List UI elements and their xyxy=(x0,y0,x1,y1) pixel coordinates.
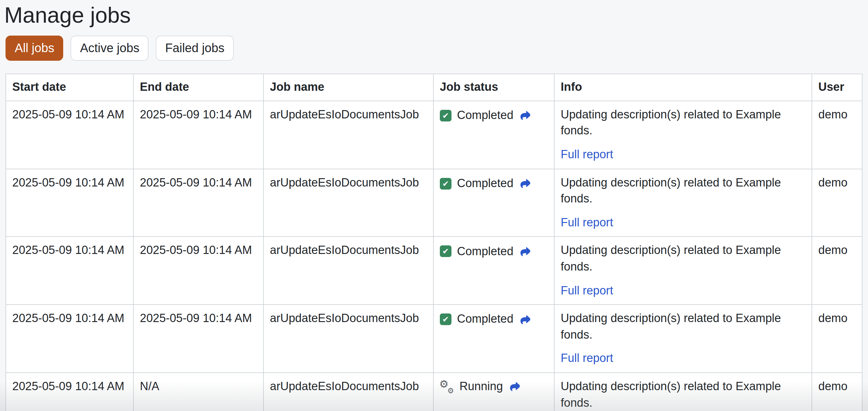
header-job-status: Job status xyxy=(433,74,554,101)
table-row: 2025-05-09 10:14 AM 2025-05-09 10:14 AM … xyxy=(6,101,862,169)
cell-job-status: ✔ Completed xyxy=(433,169,554,237)
cell-info: Updating description(s) related to Examp… xyxy=(554,373,812,411)
filter-all-jobs-button[interactable]: All jobs xyxy=(5,36,63,61)
job-status-label: Completed xyxy=(457,176,514,192)
cell-job-status: ✔ Completed xyxy=(433,101,554,169)
job-detail-arrow-icon[interactable] xyxy=(520,111,531,121)
header-start-date: Start date xyxy=(6,74,133,101)
cell-job-name: arUpdateEsIoDocumentsJob xyxy=(264,169,433,237)
completed-check-icon: ✔ xyxy=(440,178,452,189)
table-row: 2025-05-09 10:14 AM N/A arUpdateEsIoDocu… xyxy=(6,373,862,411)
job-info-text: Updating description(s) related to Examp… xyxy=(561,243,804,275)
job-status-label: Running xyxy=(460,378,503,395)
cell-user: demo xyxy=(812,101,862,169)
cell-job-name: arUpdateEsIoDocumentsJob xyxy=(264,305,433,373)
cell-info: Updating description(s) related to Examp… xyxy=(554,101,812,169)
cell-user: demo xyxy=(812,237,862,305)
table-row: 2025-05-09 10:14 AM 2025-05-09 10:14 AM … xyxy=(6,169,862,237)
cell-start-date: 2025-05-09 10:14 AM xyxy=(6,373,133,411)
cell-info: Updating description(s) related to Examp… xyxy=(554,169,812,237)
table-row: 2025-05-09 10:14 AM 2025-05-09 10:14 AM … xyxy=(6,237,862,305)
cell-user: demo xyxy=(812,169,862,237)
header-user: User xyxy=(812,74,862,101)
gear-icon: ⚙ xyxy=(447,387,454,394)
cell-start-date: 2025-05-09 10:14 AM xyxy=(6,169,133,237)
header-end-date: End date xyxy=(133,74,264,101)
completed-check-icon: ✔ xyxy=(440,110,452,122)
manage-jobs-page: Manage jobs All jobs Active jobs Failed … xyxy=(0,2,868,411)
full-report-link[interactable]: Full report xyxy=(561,215,613,231)
filter-failed-jobs-button[interactable]: Failed jobs xyxy=(156,36,234,61)
cell-user: demo xyxy=(812,305,862,373)
cell-info: Updating description(s) related to Examp… xyxy=(554,237,812,305)
page-title: Manage jobs xyxy=(4,2,863,28)
job-status-label: Completed xyxy=(457,311,514,327)
cell-job-status: ✔ Completed xyxy=(433,237,554,305)
job-status-label: Completed xyxy=(457,243,514,259)
completed-check-icon: ✔ xyxy=(440,313,452,325)
cell-end-date: 2025-05-09 10:14 AM xyxy=(133,101,264,169)
cell-user: demo xyxy=(812,373,862,411)
full-report-link[interactable]: Full report xyxy=(561,351,613,367)
cell-end-date: 2025-05-09 10:14 AM xyxy=(133,305,264,373)
running-gears-icon: ⚙⚙ xyxy=(440,380,454,393)
job-filter-bar: All jobs Active jobs Failed jobs xyxy=(5,36,863,61)
job-info-text: Updating description(s) related to Examp… xyxy=(561,107,804,139)
job-info-text: Updating description(s) related to Examp… xyxy=(561,175,804,207)
header-info: Info xyxy=(554,74,812,101)
full-report-link[interactable]: Full report xyxy=(561,283,613,299)
job-info-text: Updating description(s) related to Examp… xyxy=(561,378,804,411)
cell-job-status: ⚙⚙ Running xyxy=(433,373,554,411)
cell-end-date: 2025-05-09 10:14 AM xyxy=(133,169,264,237)
completed-check-icon: ✔ xyxy=(440,246,452,257)
job-status-label: Completed xyxy=(457,107,514,124)
jobs-table: Start date End date Job name Job status … xyxy=(5,74,863,411)
job-info-text: Updating description(s) related to Examp… xyxy=(561,310,804,343)
full-report-link[interactable]: Full report xyxy=(561,147,613,163)
cell-start-date: 2025-05-09 10:14 AM xyxy=(6,101,133,169)
cell-start-date: 2025-05-09 10:14 AM xyxy=(6,305,133,373)
job-detail-arrow-icon[interactable] xyxy=(520,247,531,256)
job-detail-arrow-icon[interactable] xyxy=(510,382,520,391)
job-detail-arrow-icon[interactable] xyxy=(520,179,531,188)
cell-job-name: arUpdateEsIoDocumentsJob xyxy=(264,373,433,411)
jobs-table-header: Start date End date Job name Job status … xyxy=(6,74,862,101)
cell-job-name: arUpdateEsIoDocumentsJob xyxy=(264,237,433,305)
cell-end-date: N/A xyxy=(133,373,264,411)
table-row: 2025-05-09 10:14 AM 2025-05-09 10:14 AM … xyxy=(6,305,862,373)
cell-job-name: arUpdateEsIoDocumentsJob xyxy=(264,101,433,169)
filter-active-jobs-button[interactable]: Active jobs xyxy=(71,36,149,61)
jobs-table-body: 2025-05-09 10:14 AM 2025-05-09 10:14 AM … xyxy=(6,101,862,411)
cell-info: Updating description(s) related to Examp… xyxy=(554,305,812,373)
header-job-name: Job name xyxy=(264,74,433,101)
cell-job-status: ✔ Completed xyxy=(433,305,554,373)
cell-start-date: 2025-05-09 10:14 AM xyxy=(6,237,133,305)
job-detail-arrow-icon[interactable] xyxy=(520,314,531,324)
cell-end-date: 2025-05-09 10:14 AM xyxy=(133,237,264,305)
header-row: Start date End date Job name Job status … xyxy=(6,74,862,101)
